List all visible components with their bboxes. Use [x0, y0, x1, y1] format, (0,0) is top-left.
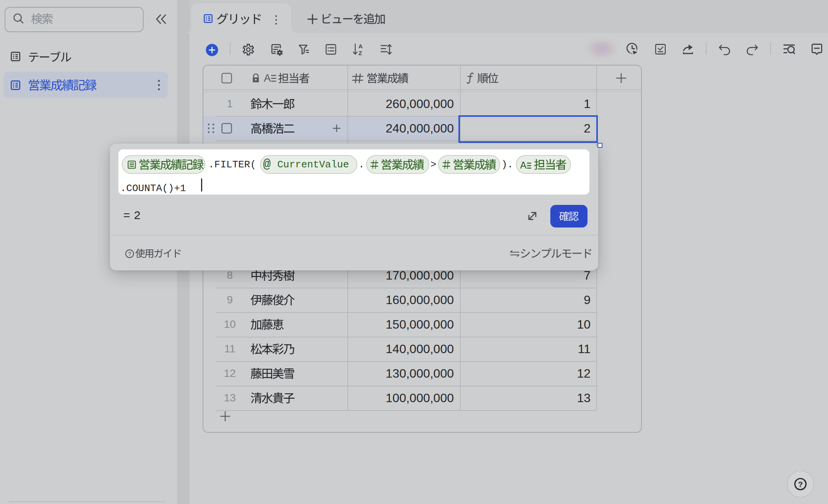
svg-text:A: A	[358, 43, 363, 49]
svg-text:?: ?	[128, 250, 131, 257]
svg-text:?: ?	[798, 480, 803, 489]
svg-text:Z: Z	[358, 50, 362, 56]
svg-text:A: A	[520, 160, 527, 170]
svg-text:A: A	[264, 73, 271, 83]
